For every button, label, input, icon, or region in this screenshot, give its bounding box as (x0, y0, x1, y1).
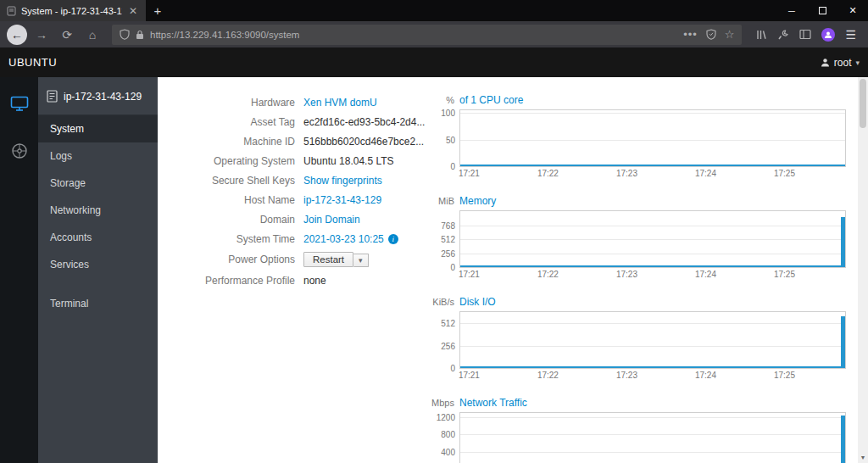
host-system-icon[interactable] (0, 89, 38, 118)
domain-row: Domain Join Domain (170, 213, 427, 226)
minimize-button[interactable]: ─ (776, 0, 807, 21)
performance-profile-value: none (303, 275, 326, 287)
performance-profile-row: Performance Profile none (170, 274, 427, 287)
tab-close-icon[interactable]: ✕ (127, 5, 139, 17)
chart-plot-area: 1200800400 (459, 412, 846, 463)
chart-of-1-cpu-core: %of 1 CPU core10050017:2117:2217:2317:24… (427, 94, 846, 178)
y-tick-label: 1200 (423, 413, 455, 422)
x-tick-label: 17:25 (774, 169, 795, 178)
url-text[interactable]: https://13.229.41.163:9090/system (150, 30, 677, 40)
page-actions-icon[interactable]: ••• (683, 28, 698, 41)
field-label: Secure Shell Keys (170, 175, 295, 187)
charts-column: %of 1 CPU core10050017:2117:2217:2317:24… (427, 77, 858, 463)
reload-button[interactable]: ⟳ (56, 24, 78, 46)
url-bar[interactable]: https://13.229.41.163:9090/system ••• ☆ (112, 25, 742, 45)
bookmark-star-icon[interactable]: ☆ (725, 28, 735, 41)
chart-title-link[interactable]: Network Traffic (459, 397, 527, 409)
page-scrollbar[interactable]: ▼ (858, 77, 868, 463)
y-tick-label: 0 (423, 162, 455, 171)
chart-memory: MiBMemory768512256017:2117:2217:2317:241… (427, 195, 846, 279)
permissions-shield-icon[interactable] (706, 29, 716, 40)
chart-gridline (460, 226, 845, 226)
x-tick-label: 17:22 (537, 169, 559, 178)
host-icon-strip (0, 77, 38, 463)
tools-icon[interactable] (777, 29, 789, 41)
tab-title: System - ip-172-31-43-129 (21, 6, 122, 16)
host-name-label: ip-172-31-43-129 (64, 91, 142, 103)
restart-dropdown-button[interactable]: ▾ (353, 254, 369, 267)
user-name: root (834, 57, 852, 69)
show-fingerprints-link[interactable]: Show fingerprints (303, 175, 382, 187)
chart-gridline (460, 346, 845, 347)
scrollbar-down-arrow-icon[interactable]: ▼ (858, 452, 868, 463)
host-name-link[interactable]: ip-172-31-43-129 (303, 194, 381, 206)
system-time-link[interactable]: 2021-03-23 10:25 (303, 233, 384, 245)
sidebar-item-networking[interactable]: Networking (38, 197, 158, 224)
y-tick-label: 512 (423, 235, 455, 244)
cluster-icon[interactable] (0, 137, 38, 165)
asset-tag-row: Asset Tag ec2fd16c-ed93-5bc4-2d4... (170, 115, 427, 128)
x-tick-label: 17:24 (695, 371, 716, 380)
machine-id-value: 516bbb6020cd46e7bce2... (303, 136, 424, 148)
x-tick-label: 17:24 (695, 270, 716, 279)
operating-system-value: Ubuntu 18.04.5 LTS (303, 155, 394, 167)
sidebar-item-accounts[interactable]: Accounts (38, 224, 158, 251)
x-tick-label: 17:23 (616, 270, 637, 279)
chart-header: KiB/sDisk I/O (427, 296, 846, 309)
field-label: Domain (170, 214, 295, 226)
new-tab-button[interactable]: + (146, 0, 170, 21)
page-favicon-icon (7, 6, 16, 16)
field-label: Power Options (170, 254, 295, 265)
browser-tab[interactable]: System - ip-172-31-43-129 ✕ (0, 0, 146, 21)
tracking-protection-shield-icon[interactable] (120, 29, 130, 40)
brand-label: UBUNTU (8, 56, 57, 69)
chart-series-line (460, 265, 845, 267)
window-controls: ─ ✕ (776, 0, 868, 21)
x-tick-label: 17:21 (459, 169, 480, 178)
chart-gridline (460, 113, 845, 114)
chart-gridline (460, 254, 845, 254)
system-time-row: System Time 2021-03-23 10:25 i (170, 232, 427, 245)
user-menu[interactable]: root ▾ (821, 57, 860, 69)
x-tick-label: 17:23 (616, 169, 637, 178)
x-tick-label: 17:24 (695, 169, 716, 178)
sidebar-item-system[interactable]: System (38, 115, 158, 142)
forward-button[interactable]: → (31, 24, 53, 46)
cockpit-app: ip-172-31-43-129 System Logs Storage Net… (0, 77, 868, 463)
sidebar-item-terminal[interactable]: Terminal (38, 290, 158, 317)
asset-tag-value: ec2fd16c-ed93-5bc4-2d4... (303, 116, 425, 128)
close-button[interactable]: ✕ (837, 0, 868, 21)
chart-title-link[interactable]: Disk I/O (459, 296, 496, 308)
sidebar-item-services[interactable]: Services (38, 251, 158, 278)
host-name-row: Host Name ip-172-31-43-129 (170, 193, 427, 206)
operating-system-row: Operating System Ubuntu 18.04.5 LTS (170, 154, 427, 167)
home-button[interactable]: ⌂ (81, 24, 103, 46)
user-icon (821, 58, 830, 67)
chart-title-link[interactable]: Memory (459, 195, 496, 207)
scrollbar-thumb[interactable] (860, 79, 866, 128)
restart-button[interactable]: Restart (303, 252, 353, 267)
chart-gridline (460, 239, 845, 240)
back-button[interactable]: ← (7, 25, 27, 45)
x-tick-label: 17:23 (616, 371, 637, 380)
hardware-link[interactable]: Xen HVM domU (303, 97, 377, 109)
sidebar-item-storage[interactable]: Storage (38, 170, 158, 197)
host-header[interactable]: ip-172-31-43-129 (38, 77, 158, 115)
chart-unit-label: % (427, 95, 459, 105)
chart-title-link[interactable]: of 1 CPU core (459, 94, 523, 106)
cockpit-masthead: UBUNTU root ▾ (0, 47, 868, 77)
library-icon[interactable] (755, 29, 767, 41)
sidebar-item-logs[interactable]: Logs (38, 142, 158, 170)
info-icon[interactable]: i (388, 234, 398, 244)
menu-icon[interactable]: ☰ (845, 28, 856, 42)
browser-titlebar: System - ip-172-31-43-129 ✕ + ─ ✕ (0, 0, 868, 21)
chart-spike (841, 316, 845, 368)
y-tick-label: 100 (423, 109, 455, 118)
account-avatar-icon[interactable] (821, 28, 835, 42)
field-label: Performance Profile (170, 275, 295, 287)
maximize-button[interactable] (807, 0, 837, 21)
join-domain-link[interactable]: Join Domain (303, 214, 360, 226)
sidebar-toggle-icon[interactable] (799, 29, 811, 40)
lock-icon[interactable] (136, 30, 144, 40)
x-tick-label: 17:22 (537, 371, 559, 380)
